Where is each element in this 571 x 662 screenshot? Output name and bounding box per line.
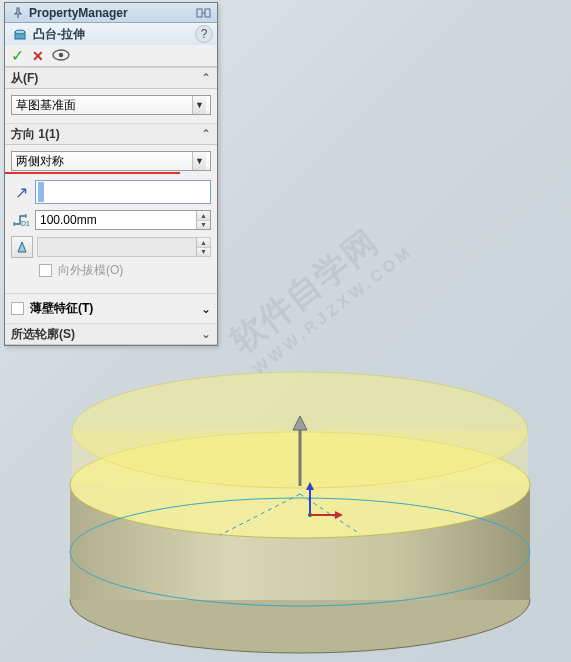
spin-buttons: ▲ ▼ [196,211,210,229]
property-manager-panel: PropertyManager 凸台-拉伸 ? ✓ ✕ 从(F) ⌃ 草图基准面… [4,2,218,346]
panel-title: PropertyManager [27,6,195,20]
end-condition-value: 两侧对称 [16,153,192,170]
dropdown-icon: ▼ [192,96,206,114]
chevron-down-icon: ⌄ [201,327,211,341]
section-from-header[interactable]: 从(F) ⌃ [5,67,217,89]
input-cursor [38,182,44,202]
annotation-underline [5,172,180,174]
spin-up-button: ▲ [197,238,210,248]
from-start-condition-value: 草图基准面 [16,97,192,114]
chevron-up-icon: ⌃ [201,71,211,85]
panel-options-icon[interactable] [195,5,213,21]
draft-outward-checkbox [39,264,52,277]
from-start-condition-select[interactable]: 草图基准面 ▼ [11,95,211,115]
draft-angle-input: ▲ ▼ [37,237,211,257]
chevron-up-icon: ⌃ [201,127,211,141]
depth-value: 100.00mm [36,213,196,227]
section-from-label: 从(F) [11,70,201,87]
section-thin-header[interactable]: 薄壁特征(T) ⌄ [5,293,217,323]
section-thin-label: 薄壁特征(T) [30,300,195,317]
feature-header: 凸台-拉伸 ? [5,23,217,45]
section-contours-label: 所选轮廓(S) [11,326,201,343]
help-button[interactable]: ? [195,25,213,43]
depth-input[interactable]: 100.00mm ▲ ▼ [35,210,211,230]
section-dir1-header[interactable]: 方向 1(1) ⌃ [5,123,217,145]
svg-point-20 [59,52,64,57]
preview-toggle-icon[interactable] [52,48,70,64]
draft-outward-row: 向外拔模(O) [11,258,211,285]
ok-button[interactable]: ✓ [11,46,24,65]
cancel-button[interactable]: ✕ [32,48,44,64]
section-dir1-label: 方向 1(1) [11,126,201,143]
spin-up-button[interactable]: ▲ [197,211,210,221]
thin-feature-checkbox[interactable] [11,302,24,315]
spin-buttons: ▲ ▼ [196,238,210,256]
reverse-direction-icon[interactable]: ↗ [11,182,31,202]
confirm-row: ✓ ✕ [5,45,217,67]
section-contours-header[interactable]: 所选轮廓(S) ⌄ [5,323,217,345]
feature-name: 凸台-拉伸 [33,26,85,43]
svg-text:D1: D1 [21,220,30,227]
svg-point-18 [15,30,25,34]
section-dir1-body: 两侧对称 ▼ ↗ D1 100.00mm ▲ ▼ [5,145,217,293]
draft-outward-label: 向外拔模(O) [58,262,123,279]
svg-rect-16 [205,9,210,17]
extrude-boss-icon [11,25,29,43]
depth-icon: D1 [11,210,31,230]
section-from-body: 草图基准面 ▼ [5,89,217,123]
spin-down-button: ▼ [197,248,210,257]
dropdown-icon: ▼ [192,152,206,170]
spin-down-button[interactable]: ▼ [197,221,210,230]
end-condition-select[interactable]: 两侧对称 ▼ [11,151,211,171]
panel-titlebar: PropertyManager [5,3,217,23]
direction-vector-input[interactable] [35,180,211,204]
chevron-down-icon: ⌄ [201,302,211,316]
pushpin-icon[interactable] [9,5,27,21]
svg-rect-15 [197,9,202,17]
draft-toggle-button[interactable] [11,236,33,258]
